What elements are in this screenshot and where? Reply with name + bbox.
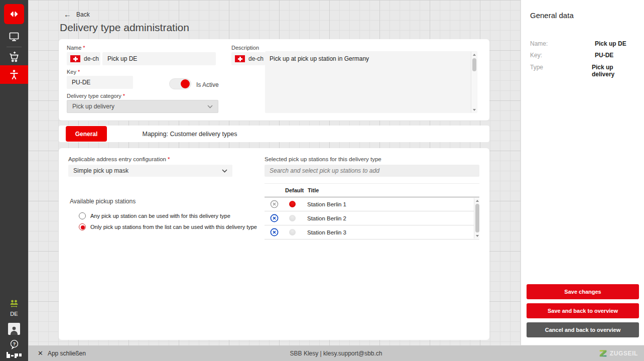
save-and-back-button[interactable]: Save and back to overview — [527, 303, 639, 318]
sidebar-item-user-group[interactable] — [0, 297, 28, 310]
sidebar-item-help[interactable]: ? — [0, 338, 28, 350]
general-tab-content-card: Applicable address entry configuration* … — [59, 148, 489, 340]
cart-plus-icon — [8, 51, 21, 64]
sidebar-item-monitor[interactable] — [0, 29, 28, 44]
scroll-up-arrow[interactable] — [471, 52, 477, 57]
chevron-down-icon — [222, 169, 227, 173]
panel-field-key: Key: PU-DE — [530, 52, 635, 59]
required-marker: * — [168, 156, 170, 162]
tab-mapping-customer-delivery-types[interactable]: Mapping: Customer delivery types — [107, 126, 273, 142]
swiss-flag-icon — [235, 55, 245, 62]
default-station-toggle-on[interactable] — [289, 201, 296, 207]
address-config-value: Simple pick up mask — [73, 167, 128, 174]
default-station-toggle-off[interactable] — [289, 229, 296, 235]
user-avatar[interactable] — [8, 323, 20, 335]
column-header-default: Default — [285, 187, 308, 193]
field-value: Pick up DE — [595, 40, 626, 47]
remove-station-icon[interactable] — [270, 214, 279, 223]
selected-stations-table: Default Title Station Berlin 1 — [265, 183, 479, 239]
company-blocks-logo — [0, 350, 28, 359]
sbb-double-arrow-icon — [8, 8, 21, 21]
description-label: Description — [231, 45, 259, 51]
zugseil-brand: ZUGSEIL — [599, 349, 638, 357]
session-info: SBB Klesy | klesy.support@sbb.ch — [28, 350, 644, 357]
monitor-icon — [8, 31, 20, 43]
required-marker: * — [123, 93, 125, 99]
save-changes-button[interactable]: Save changes — [527, 284, 639, 299]
is-active-toggle[interactable] — [169, 78, 191, 89]
panel-title: General data — [530, 11, 574, 20]
back-button[interactable]: ← Back — [64, 11, 90, 18]
table-row: Station Berlin 2 — [265, 211, 479, 225]
toggle-knob — [181, 79, 190, 88]
sidebar-divider — [7, 47, 22, 47]
description-textarea[interactable]: Pick up at pick up station in Germany — [265, 51, 477, 113]
cancel-and-back-button[interactable]: Cancel and back to overview — [527, 322, 639, 337]
table-header-row: Default Title — [265, 184, 479, 197]
language-indicator[interactable]: DE — [0, 311, 28, 317]
radio-unselected-icon — [79, 212, 86, 219]
close-app-button[interactable]: ✕ App schließen — [38, 349, 86, 357]
zugseil-z-icon — [599, 349, 607, 357]
available-stations-label: Available pickup stations — [70, 198, 136, 205]
radio-any-station[interactable]: Any pick up station can be used with for… — [79, 212, 230, 219]
field-value: Pick up delivery — [592, 64, 635, 78]
table-body: Station Berlin 1 Station Berlin 2 — [265, 197, 479, 239]
name-locale-label: de-ch — [84, 55, 99, 62]
scroll-up-arrow[interactable] — [474, 198, 480, 203]
required-marker: * — [83, 45, 85, 51]
page-title: Delivery type administration — [60, 22, 189, 34]
tab-general[interactable]: General — [66, 126, 107, 142]
scrollbar-thumb[interactable] — [472, 58, 476, 71]
key-label: Key* — [67, 69, 80, 75]
default-station-toggle-off[interactable] — [289, 215, 296, 221]
table-row: Station Berlin 1 — [265, 197, 479, 211]
table-row: Station Berlin 3 — [265, 225, 479, 239]
sbb-logo[interactable] — [4, 4, 24, 24]
address-config-label: Applicable address entry configuration* — [68, 156, 170, 162]
radio-only-list-stations[interactable]: Only pick up stations from the list can … — [79, 223, 257, 230]
table-scrollbar[interactable] — [474, 198, 479, 238]
tab-bar: General Mapping: Customer delivery types — [59, 126, 489, 142]
category-label: Delivery type category* — [67, 93, 125, 99]
radio-only-list-stations-label: Only pick up stations from the list can … — [90, 224, 257, 230]
svg-text:?: ? — [13, 341, 15, 346]
station-title: Station Berlin 1 — [307, 201, 346, 207]
description-locale-badge: de-ch — [231, 52, 265, 65]
key-input[interactable] — [67, 76, 133, 89]
selected-stations-label: Selected pick up stations for this deliv… — [265, 156, 381, 162]
field-label: Name: — [530, 40, 595, 47]
close-app-label: App schließen — [48, 350, 86, 357]
footer-bar: ✕ App schließen SBB Klesy | klesy.suppor… — [28, 345, 644, 361]
scroll-down-arrow[interactable] — [474, 233, 480, 238]
category-select[interactable]: Pick up delivery — [67, 100, 218, 113]
scroll-down-arrow[interactable] — [471, 107, 477, 112]
help-icon: ? — [9, 339, 20, 349]
zugseil-wordmark: ZUGSEIL — [610, 350, 638, 357]
sidebar-item-accessibility[interactable] — [0, 65, 28, 84]
scrollbar-thumb[interactable] — [475, 204, 479, 232]
remove-station-icon[interactable] — [270, 228, 279, 237]
panel-field-name: Name: Pick up DE — [530, 40, 635, 47]
close-icon: ✕ — [38, 349, 43, 357]
name-input[interactable] — [102, 52, 216, 65]
general-data-panel: General data Name: Pick up DE Key: PU-DE… — [521, 0, 644, 345]
accessibility-person-icon — [8, 68, 21, 81]
name-locale-badge: de-ch — [67, 52, 100, 65]
sidebar: DE ? — [0, 0, 28, 361]
panel-field-type: Type Pick up delivery — [530, 64, 635, 78]
description-textarea-wrap: Pick up at pick up station in Germany — [265, 51, 477, 113]
field-value: PU-DE — [595, 52, 613, 59]
description-scrollbar[interactable] — [471, 52, 477, 112]
station-search-input[interactable] — [265, 165, 479, 177]
sidebar-item-cart[interactable] — [0, 50, 28, 65]
category-select-value: Pick up delivery — [72, 103, 114, 110]
back-label: Back — [76, 11, 90, 18]
remove-station-icon[interactable] — [270, 200, 279, 209]
required-marker: * — [78, 69, 80, 75]
field-label: Key: — [530, 52, 595, 59]
description-locale-label: de-ch — [248, 55, 264, 62]
name-label: Name* — [67, 45, 85, 51]
address-config-select[interactable]: Simple pick up mask — [68, 165, 232, 177]
radio-selected-icon — [79, 223, 86, 230]
